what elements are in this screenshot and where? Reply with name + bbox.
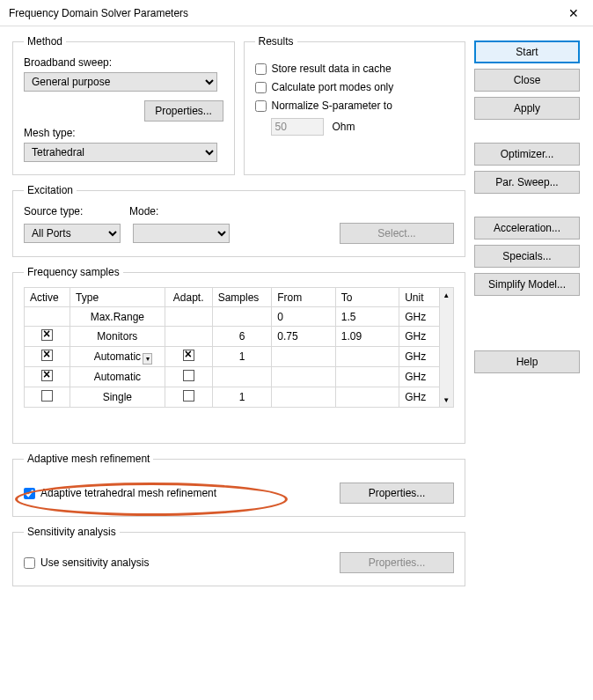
unit-cell[interactable]: GHz: [399, 367, 439, 387]
ohm-input: [271, 118, 324, 136]
mode-select[interactable]: [133, 224, 230, 243]
specials-button[interactable]: Specials...: [474, 245, 580, 268]
store-cache-checkbox[interactable]: [255, 63, 267, 75]
col-active: Active: [25, 288, 70, 307]
results-legend: Results: [255, 35, 297, 48]
from-cell[interactable]: [272, 347, 335, 367]
adapt-checkbox[interactable]: [183, 370, 194, 381]
results-group: Results Store result data in cache Calcu…: [244, 35, 466, 175]
mode-label: Mode:: [129, 205, 158, 217]
table-row[interactable]: Monitors60.751.09GHz: [25, 327, 440, 347]
sensitivity-legend: Sensitivity analysis: [24, 526, 120, 538]
from-cell[interactable]: [272, 387, 335, 408]
table-row[interactable]: Single1GHz: [25, 387, 440, 408]
col-samples: Samples: [212, 288, 272, 307]
type-cell[interactable]: Monitors: [70, 327, 165, 347]
window-title: Frequency Domain Solver Parameters: [9, 7, 553, 19]
from-cell[interactable]: 0.75: [272, 327, 335, 347]
adaptive-legend: Adaptive mesh refinement: [24, 453, 153, 465]
active-checkbox[interactable]: [41, 329, 53, 341]
active-checkbox[interactable]: [41, 370, 53, 381]
unit-cell[interactable]: GHz: [399, 347, 439, 367]
simplify-model-button[interactable]: Simplify Model...: [474, 273, 580, 296]
unit-cell[interactable]: GHz: [399, 307, 439, 327]
samples-cell[interactable]: [212, 367, 272, 387]
scroll-up-icon[interactable]: ▲: [440, 288, 453, 302]
normalize-sparam-checkbox[interactable]: [255, 100, 267, 112]
acceleration-button[interactable]: Acceleration...: [474, 217, 580, 239]
mesh-type-label: Mesh type:: [24, 127, 223, 139]
calc-port-modes-label: Calculate port modes only: [272, 81, 394, 93]
adaptive-checkbox[interactable]: [24, 488, 35, 499]
col-from: From: [272, 288, 335, 307]
excitation-legend: Excitation: [24, 184, 77, 196]
col-type: Type: [70, 288, 165, 307]
from-cell[interactable]: 0: [272, 307, 335, 327]
active-checkbox[interactable]: [41, 350, 53, 361]
adapt-checkbox[interactable]: [183, 350, 194, 361]
sensitivity-group: Sensitivity analysis Use sensitivity ana…: [12, 526, 465, 586]
col-unit: Unit: [399, 288, 439, 307]
optimizer-button[interactable]: Optimizer...: [474, 143, 580, 166]
sensitivity-checkbox-label: Use sensitivity analysis: [40, 556, 149, 569]
table-row[interactable]: Automatic▾1GHz: [25, 347, 440, 367]
type-cell[interactable]: Automatic▾: [70, 347, 165, 367]
scroll-down-icon[interactable]: ▼: [440, 393, 453, 407]
store-cache-label: Store result data in cache: [272, 63, 392, 75]
to-cell[interactable]: 1.5: [335, 307, 399, 327]
type-cell[interactable]: Max.Range: [70, 307, 165, 327]
normalize-sparam-label: Normalize S-parameter to: [272, 99, 392, 112]
to-cell[interactable]: [335, 347, 399, 367]
adapt-checkbox[interactable]: [183, 390, 194, 402]
excitation-group: Excitation Source type: Mode: All Ports …: [12, 184, 465, 257]
calc-port-modes-checkbox[interactable]: [255, 82, 267, 93]
source-type-label: Source type:: [24, 205, 103, 217]
start-button[interactable]: Start: [474, 41, 580, 63]
samples-cell[interactable]: 1: [212, 387, 272, 408]
table-row[interactable]: AutomaticGHz: [25, 367, 440, 387]
dropdown-arrow-icon[interactable]: ▾: [143, 353, 152, 365]
close-button[interactable]: Close: [474, 69, 580, 92]
col-adapt: Adapt.: [165, 288, 212, 307]
frequency-table[interactable]: Active Type Adapt. Samples From To Unit …: [24, 287, 440, 408]
to-cell[interactable]: [335, 367, 399, 387]
adaptive-checkbox-label: Adaptive tetrahedral mesh refinement: [40, 487, 216, 499]
titlebar: Frequency Domain Solver Parameters ✕: [0, 0, 593, 26]
sensitivity-checkbox[interactable]: [24, 557, 35, 569]
excitation-select-button[interactable]: Select...: [340, 223, 454, 244]
frequency-samples-legend: Frequency samples: [24, 266, 123, 278]
table-row[interactable]: Max.Range01.5GHz: [25, 307, 440, 327]
ohm-unit-label: Ohm: [333, 121, 355, 133]
unit-cell[interactable]: GHz: [399, 387, 439, 408]
active-checkbox[interactable]: [41, 390, 53, 402]
sidebar: Start Close Apply Optimizer... Par. Swee…: [474, 35, 584, 586]
to-cell[interactable]: 1.09: [335, 327, 399, 347]
method-group: Method Broadband sweep: General purpose …: [12, 35, 235, 175]
table-scrollbar[interactable]: ▲ ▼: [440, 287, 454, 408]
help-button[interactable]: Help: [474, 350, 580, 373]
sensitivity-properties-button[interactable]: Properties...: [340, 552, 454, 573]
to-cell[interactable]: [335, 387, 399, 408]
samples-cell[interactable]: 6: [212, 327, 272, 347]
source-type-select[interactable]: All Ports: [24, 224, 121, 243]
method-properties-button[interactable]: Properties...: [144, 100, 223, 122]
broadband-label: Broadband sweep:: [24, 56, 223, 69]
par-sweep-button[interactable]: Par. Sweep...: [474, 171, 580, 194]
window-close-button[interactable]: ✕: [553, 0, 593, 26]
from-cell[interactable]: [272, 367, 335, 387]
adaptive-group: Adaptive mesh refinement Adaptive tetrah…: [12, 453, 465, 517]
apply-button[interactable]: Apply: [474, 97, 580, 120]
frequency-samples-group: Frequency samples Active Type Adapt. Sam…: [12, 266, 465, 444]
unit-cell[interactable]: GHz: [399, 327, 439, 347]
col-to: To: [335, 288, 399, 307]
type-cell[interactable]: Automatic: [70, 367, 165, 387]
samples-cell[interactable]: 1: [212, 347, 272, 367]
type-cell[interactable]: Single: [70, 387, 165, 408]
broadband-select[interactable]: General purpose: [24, 72, 217, 92]
adaptive-properties-button[interactable]: Properties...: [340, 483, 454, 504]
samples-cell[interactable]: [212, 307, 272, 327]
mesh-type-select[interactable]: Tetrahedral: [24, 143, 217, 162]
method-legend: Method: [24, 35, 66, 48]
